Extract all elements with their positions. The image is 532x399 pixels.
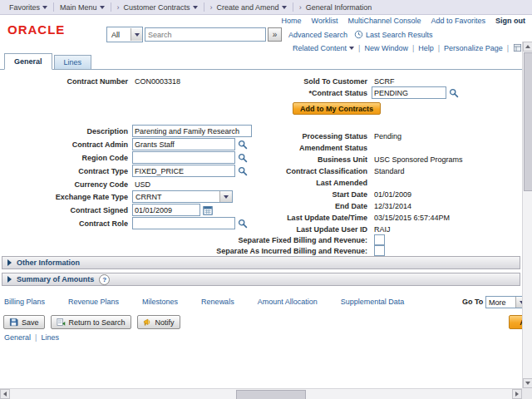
worklist-link[interactable]: Worklist — [312, 17, 338, 25]
contract-signed-input[interactable] — [132, 204, 200, 216]
page-links: General | Lines — [4, 333, 59, 342]
field-amendment-status: Amendment Status — [208, 141, 374, 154]
breadcrumb-item-favorites[interactable]: Favorites — [3, 2, 54, 12]
save-button[interactable]: Save — [3, 315, 45, 329]
vertical-scrollbar-thumb[interactable] — [524, 52, 532, 191]
supplemental-data-link[interactable]: Supplemental Data — [341, 298, 405, 306]
field-contract-number: Contract Number CON0003318 — [2, 75, 180, 87]
milestones-link[interactable]: Milestones — [142, 298, 178, 306]
breadcrumb-separator-icon: › — [210, 3, 213, 12]
notify-icon — [143, 318, 152, 327]
chevron-down-icon — [100, 6, 105, 9]
notify-button[interactable]: Notify — [137, 315, 180, 329]
breadcrumb: Favorites Main Menu › Customer Contracts… — [0, 0, 532, 15]
breadcrumb-item-customer-contracts[interactable]: › Customer Contracts — [111, 2, 204, 12]
return-to-search-icon — [57, 318, 66, 327]
multichannel-console-link[interactable]: MultiChannel Console — [347, 17, 421, 25]
add-to-favorites-link[interactable]: Add to Favorites — [431, 17, 485, 25]
horizontal-scrollbar-thumb[interactable] — [236, 390, 306, 399]
processing-status-label: Processing Status — [208, 132, 372, 140]
expand-arrow-icon — [7, 259, 12, 266]
notify-label: Notify — [155, 318, 175, 327]
billing-plans-link[interactable]: Billing Plans — [4, 298, 45, 306]
horizontal-scrollbar[interactable] — [0, 388, 522, 399]
breadcrumb-item-create-and-amend[interactable]: › Create and Amend — [204, 2, 293, 12]
contract-role-label: Contract Role — [2, 219, 132, 228]
end-date-value: 12/31/2014 — [372, 202, 411, 210]
sold-to-customer-value: SCRF — [372, 77, 395, 86]
chevron-down-icon — [193, 6, 198, 9]
amount-allocation-link[interactable]: Amount Allocation — [258, 298, 318, 306]
vertical-scrollbar[interactable] — [522, 42, 532, 388]
add-to-my-contracts-button[interactable]: Add to My Contracts — [293, 102, 381, 115]
contract-status-lookup-button[interactable] — [447, 86, 460, 99]
search-input[interactable] — [145, 27, 266, 42]
search-scope-value: All — [107, 31, 131, 39]
scroll-left-button[interactable] — [0, 389, 10, 399]
help-icon[interactable]: ? — [99, 274, 110, 285]
field-exchange-rate-type: Exchange Rate Type CRRNT — [2, 190, 233, 203]
tab-strip: General Lines — [0, 55, 522, 70]
breadcrumb-item-general-information[interactable]: › General Information — [293, 2, 378, 12]
contract-admin-label: Contract Admin — [2, 140, 132, 149]
personalize-page-link[interactable]: Personalize Page — [444, 44, 503, 52]
description-label: Description — [2, 127, 132, 135]
footer-links: Billing Plans Revenue Plans Milestones R… — [4, 298, 404, 306]
advanced-search-link[interactable]: Advanced Search — [288, 31, 347, 39]
renewals-link[interactable]: Renewals — [201, 298, 234, 306]
chevron-down-icon — [349, 47, 354, 50]
scroll-right-button[interactable] — [512, 389, 522, 399]
section-summary-of-amounts[interactable]: Summary of Amounts ? — [2, 273, 520, 286]
breadcrumb-item-main-menu[interactable]: Main Menu — [54, 2, 111, 12]
separator: | — [358, 44, 360, 52]
copy-url-icon[interactable] — [513, 43, 522, 52]
search-scope-select[interactable]: All — [106, 27, 143, 42]
last-amended-label: Last Amended — [208, 179, 372, 187]
search-bar: All » Advanced Search Last Search Result… — [106, 27, 433, 42]
lines-page-link[interactable]: Lines — [41, 333, 59, 342]
region-code-label: Region Code — [2, 154, 132, 162]
contract-status-input[interactable] — [372, 86, 446, 99]
field-business-unit: Business Unit USC Sponsored Programs — [208, 153, 463, 165]
scroll-up-button[interactable] — [523, 42, 532, 52]
search-go-button[interactable]: » — [268, 27, 282, 42]
save-icon — [9, 318, 18, 327]
exchange-rate-type-value: CRRNT — [133, 193, 165, 201]
peoplesoft-window: Favorites Main Menu › Customer Contracts… — [0, 0, 532, 399]
field-sold-to-customer: Sold To Customer SCRF — [208, 75, 395, 87]
goto-label: Go To — [462, 298, 483, 306]
breadcrumb-label: Create and Amend — [217, 3, 279, 12]
business-unit-value: USC Sponsored Programs — [372, 155, 463, 164]
last-search-results-link[interactable]: Last Search Results — [366, 31, 433, 39]
breadcrumb-label: Customer Contracts — [124, 3, 190, 12]
breadcrumb-label: Favorites — [9, 3, 40, 12]
section-title: Summary of Amounts — [17, 275, 94, 283]
currency-code-value: USD — [132, 180, 150, 189]
scrollbar-corner — [522, 388, 532, 399]
goto-select-value: More — [486, 298, 509, 307]
start-date-label: Start Date — [208, 190, 372, 199]
last-update-datetime-label: Last Update Date/Time — [208, 214, 372, 222]
related-content-menu[interactable]: Related Content — [293, 44, 354, 52]
tab-lines[interactable]: Lines — [54, 55, 92, 69]
home-link[interactable]: Home — [282, 17, 302, 25]
contract-number-value: CON0003318 — [132, 77, 180, 86]
general-page-link[interactable]: General — [4, 333, 31, 342]
revenue-plans-link[interactable]: Revenue Plans — [68, 298, 119, 306]
contract-classification-value: Standard — [372, 167, 405, 175]
tab-general[interactable]: General — [4, 53, 52, 70]
separate-incurred-billing-label: Separate As Incurred Billing and Revenue… — [208, 247, 372, 255]
page-action-bar: Related Content | New Window | Help | Pe… — [0, 42, 524, 54]
amendment-status-label: Amendment Status — [208, 144, 372, 152]
sign-out-link[interactable]: Sign out — [495, 17, 525, 25]
help-link[interactable]: Help — [418, 44, 434, 52]
oracle-logo: ORACLE — [7, 22, 65, 37]
save-label: Save — [22, 318, 39, 327]
separate-incurred-billing-checkbox[interactable] — [374, 245, 385, 256]
new-window-link[interactable]: New Window — [364, 44, 408, 52]
breadcrumb-separator-icon: › — [117, 3, 120, 12]
section-other-information[interactable]: Other Information — [2, 256, 520, 269]
sold-to-customer-label: Sold To Customer — [208, 77, 372, 86]
return-to-search-button[interactable]: Return to Search — [51, 315, 131, 329]
scroll-down-button[interactable] — [523, 378, 532, 388]
